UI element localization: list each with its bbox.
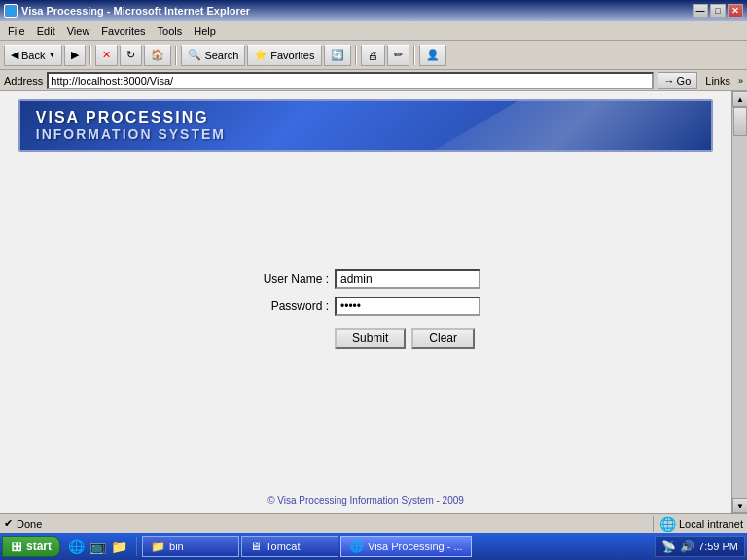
start-label: start <box>26 540 52 553</box>
ie-icon: 🌐 <box>349 540 364 553</box>
menu-view[interactable]: View <box>61 23 96 39</box>
back-arrow-icon: ◀ <box>11 49 18 61</box>
refresh-button[interactable]: ↻ <box>120 45 142 66</box>
forward-button[interactable]: ▶ <box>64 45 86 66</box>
menu-tools[interactable]: Tools <box>152 23 189 39</box>
stop-icon: ✕ <box>102 49 111 61</box>
username-label: User Name : <box>251 272 329 286</box>
status-icon: ✔ <box>4 517 13 530</box>
tray-network-icon: 📡 <box>661 540 676 553</box>
scroll-thumb[interactable] <box>733 107 747 136</box>
links-button[interactable]: Links <box>701 75 734 87</box>
taskbar-items: 📁 bin 🖥 Tomcat 🌐 Visa Processing - ... <box>142 536 653 557</box>
menu-edit[interactable]: Edit <box>31 23 61 39</box>
password-row: Password : <box>251 297 480 316</box>
star-icon: ⭐ <box>254 49 267 61</box>
browser-content: VISA PROCESSING INFORMATION SYSTEM User … <box>0 91 747 513</box>
maximize-button[interactable]: □ <box>710 4 726 18</box>
media-quick-icon[interactable]: 📺 <box>88 537 107 556</box>
zone-label: Local intranet <box>679 518 743 530</box>
go-arrow-icon: → <box>664 75 675 87</box>
window-controls: — □ ✕ <box>693 4 743 18</box>
title-bar: 🌐 Visa Processing - Microsoft Internet E… <box>0 0 747 21</box>
login-form: User Name : Password : Submit Clear <box>251 269 480 349</box>
user-icon: 👤 <box>426 49 440 61</box>
banner-title: VISA PROCESSING <box>36 109 695 126</box>
password-input[interactable] <box>335 297 480 316</box>
favorites-button[interactable]: ⭐ Favorites <box>247 45 321 66</box>
search-label: Search <box>204 50 238 61</box>
scroll-up-button[interactable]: ▲ <box>732 91 747 107</box>
submit-button[interactable]: Submit <box>335 328 406 349</box>
banner-subtitle: INFORMATION SYSTEM <box>36 126 695 142</box>
back-dropdown-icon: ▼ <box>48 51 55 59</box>
minimize-button[interactable]: — <box>693 4 708 18</box>
toolbar-separator-4 <box>413 46 415 65</box>
refresh-icon: ↻ <box>126 49 135 61</box>
page-footer: © Visa Processing Information System - 2… <box>260 487 472 513</box>
address-input[interactable] <box>51 75 649 87</box>
zone-icon: 🌐 <box>659 516 676 532</box>
toolbar: ◀ Back ▼ ▶ ✕ ↻ 🏠 🔍 Search ⭐ Favorites 🔄 … <box>0 41 747 70</box>
address-bar: Address → Go Links » <box>0 70 747 91</box>
print-icon: 🖨 <box>368 50 378 61</box>
taskbar-tray: 📡 🔊 7:59 PM <box>655 536 745 557</box>
login-area: User Name : Password : Submit Clear <box>251 159 480 487</box>
home-icon: 🏠 <box>151 49 164 61</box>
taskbar-item-bin[interactable]: 📁 bin <box>142 536 239 557</box>
media-icon: 🔄 <box>331 49 344 61</box>
start-button[interactable]: ⊞ start <box>2 536 60 557</box>
ie-quick-icon[interactable]: 🌐 <box>66 537 86 556</box>
tray-time: 7:59 PM <box>698 541 738 552</box>
go-label: Go <box>677 75 692 87</box>
copyright-text: © Visa Processing Information System - 2… <box>267 495 464 506</box>
windows-icon: ⊞ <box>11 539 22 554</box>
toolbar-separator-3 <box>355 46 357 65</box>
search-button[interactable]: 🔍 Search <box>181 45 245 66</box>
media-button[interactable]: 🔄 <box>324 45 351 66</box>
username-input[interactable] <box>335 269 480 289</box>
status-bar: ✔ Done 🌐 Local intranet <box>0 513 747 533</box>
scroll-down-button[interactable]: ▼ <box>732 498 747 513</box>
form-buttons: Submit Clear <box>335 328 475 349</box>
folder-quick-icon[interactable]: 📁 <box>109 537 128 556</box>
links-chevron-icon: » <box>738 76 743 86</box>
edit-icon: ✏ <box>394 49 403 61</box>
menu-help[interactable]: Help <box>188 23 222 39</box>
menu-bar: File Edit View Favorites Tools Help <box>0 21 747 41</box>
password-label: Password : <box>251 299 329 313</box>
print-button[interactable]: 🖨 <box>361 45 385 66</box>
scrollbar[interactable]: ▲ ▼ <box>731 91 747 513</box>
home-button[interactable]: 🏠 <box>144 45 171 66</box>
go-button[interactable]: → Go <box>658 72 698 89</box>
edit-button[interactable]: ✏ <box>387 45 409 66</box>
search-icon: 🔍 <box>188 49 201 61</box>
menu-favorites[interactable]: Favorites <box>95 23 151 39</box>
back-label: Back <box>21 50 45 61</box>
address-label: Address <box>4 75 43 87</box>
status-zone: 🌐 Local intranet <box>653 516 743 532</box>
taskbar-item-ie-label: Visa Processing - ... <box>368 541 463 552</box>
taskbar-item-bin-label: bin <box>169 541 184 552</box>
taskbar-item-ie[interactable]: 🌐 Visa Processing - ... <box>340 536 472 557</box>
quick-launch: 🌐 📺 📁 <box>62 537 132 556</box>
close-button[interactable]: ✕ <box>728 4 743 18</box>
clear-button[interactable]: Clear <box>411 328 475 349</box>
taskbar-item-tomcat[interactable]: 🖥 Tomcat <box>241 536 338 557</box>
menu-file[interactable]: File <box>2 23 31 39</box>
window-icon: 🌐 <box>4 4 18 18</box>
back-button[interactable]: ◀ Back ▼ <box>4 45 62 66</box>
status-text: Done <box>17 518 649 530</box>
banner: VISA PROCESSING INFORMATION SYSTEM <box>18 99 713 152</box>
taskbar-item-tomcat-label: Tomcat <box>266 541 300 552</box>
page-content: VISA PROCESSING INFORMATION SYSTEM User … <box>0 91 731 513</box>
user-button[interactable]: 👤 <box>419 45 446 66</box>
toolbar-separator-2 <box>175 46 177 65</box>
tray-volume-icon: 🔊 <box>680 540 694 553</box>
username-row: User Name : <box>251 269 480 289</box>
favorites-label: Favorites <box>270 50 314 61</box>
window-title: Visa Processing - Microsoft Internet Exp… <box>21 5 250 17</box>
stop-button[interactable]: ✕ <box>95 45 118 66</box>
scroll-track <box>732 107 747 498</box>
taskbar: ⊞ start 🌐 📺 📁 📁 bin 🖥 Tomcat 🌐 Visa Proc… <box>0 533 747 560</box>
